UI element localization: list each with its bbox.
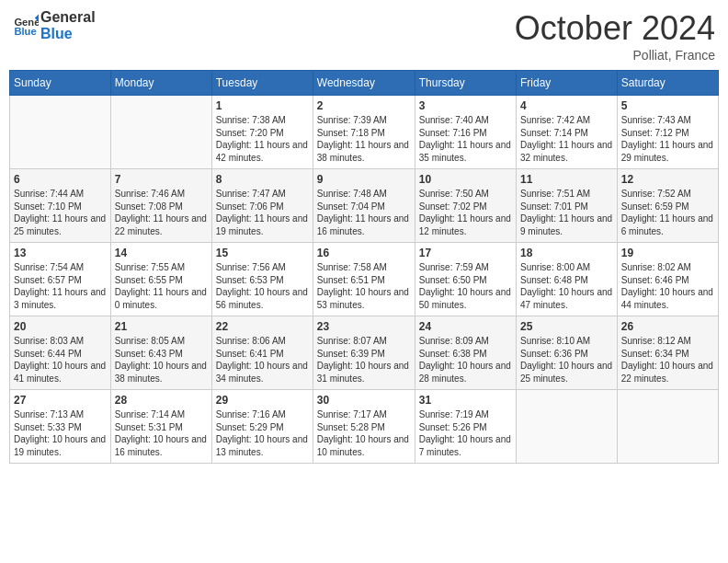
day-number: 19	[621, 247, 714, 259]
calendar-cell: 23Sunrise: 8:07 AM Sunset: 6:39 PM Dayli…	[313, 316, 415, 390]
page-header: General Blue General Blue October 2024 P…	[9, 9, 719, 63]
calendar-header-row: SundayMondayTuesdayWednesdayThursdayFrid…	[10, 71, 719, 96]
calendar-week-1: 1Sunrise: 7:38 AM Sunset: 7:20 PM Daylig…	[10, 96, 719, 169]
day-number: 16	[317, 247, 411, 259]
day-info: Sunrise: 7:40 AM Sunset: 7:16 PM Dayligh…	[419, 114, 512, 164]
header-day-thursday: Thursday	[415, 71, 516, 96]
day-info: Sunrise: 7:17 AM Sunset: 5:28 PM Dayligh…	[317, 408, 411, 458]
day-number: 25	[520, 320, 613, 333]
day-number: 29	[216, 394, 309, 407]
calendar-cell: 19Sunrise: 8:02 AM Sunset: 6:46 PM Dayli…	[617, 243, 718, 316]
calendar-week-3: 13Sunrise: 7:54 AM Sunset: 6:57 PM Dayli…	[10, 243, 719, 316]
day-number: 21	[115, 320, 208, 333]
location-subtitle: Polliat, France	[515, 48, 715, 63]
calendar-cell	[10, 96, 111, 169]
day-info: Sunrise: 8:07 AM Sunset: 6:39 PM Dayligh…	[317, 335, 411, 385]
calendar-cell	[110, 96, 211, 169]
day-number: 7	[115, 173, 208, 186]
day-number: 26	[621, 320, 714, 333]
day-info: Sunrise: 8:12 AM Sunset: 6:34 PM Dayligh…	[621, 335, 714, 385]
logo-icon: General Blue	[13, 13, 39, 39]
logo-text-blue: Blue	[40, 26, 96, 42]
day-info: Sunrise: 7:59 AM Sunset: 6:50 PM Dayligh…	[419, 261, 512, 311]
calendar-cell: 6Sunrise: 7:44 AM Sunset: 7:10 PM Daylig…	[10, 169, 111, 243]
calendar-cell	[517, 390, 618, 464]
day-info: Sunrise: 7:51 AM Sunset: 7:01 PM Dayligh…	[520, 188, 613, 237]
calendar-week-5: 27Sunrise: 7:13 AM Sunset: 5:33 PM Dayli…	[10, 390, 719, 464]
day-info: Sunrise: 7:58 AM Sunset: 6:51 PM Dayligh…	[317, 261, 411, 311]
calendar-cell: 1Sunrise: 7:38 AM Sunset: 7:20 PM Daylig…	[211, 96, 313, 169]
day-info: Sunrise: 7:48 AM Sunset: 7:04 PM Dayligh…	[317, 188, 411, 237]
day-info: Sunrise: 8:09 AM Sunset: 6:38 PM Dayligh…	[419, 335, 512, 385]
day-info: Sunrise: 7:38 AM Sunset: 7:20 PM Dayligh…	[216, 114, 309, 164]
calendar-cell: 25Sunrise: 8:10 AM Sunset: 6:36 PM Dayli…	[517, 316, 618, 390]
day-info: Sunrise: 7:52 AM Sunset: 6:59 PM Dayligh…	[621, 188, 714, 237]
logo-text-general: General	[40, 9, 96, 26]
calendar-cell: 9Sunrise: 7:48 AM Sunset: 7:04 PM Daylig…	[313, 169, 415, 243]
day-number: 11	[520, 173, 613, 186]
day-number: 20	[14, 320, 107, 333]
calendar-cell: 31Sunrise: 7:19 AM Sunset: 5:26 PM Dayli…	[415, 390, 516, 464]
day-info: Sunrise: 8:10 AM Sunset: 6:36 PM Dayligh…	[520, 335, 613, 385]
header-day-tuesday: Tuesday	[211, 71, 313, 96]
calendar-cell: 8Sunrise: 7:47 AM Sunset: 7:06 PM Daylig…	[211, 169, 313, 243]
header-day-sunday: Sunday	[10, 71, 111, 96]
day-info: Sunrise: 7:39 AM Sunset: 7:18 PM Dayligh…	[317, 114, 411, 164]
day-info: Sunrise: 7:43 AM Sunset: 7:12 PM Dayligh…	[621, 114, 714, 164]
day-number: 15	[216, 247, 309, 259]
calendar-cell: 12Sunrise: 7:52 AM Sunset: 6:59 PM Dayli…	[617, 169, 718, 243]
calendar-week-4: 20Sunrise: 8:03 AM Sunset: 6:44 PM Dayli…	[10, 316, 719, 390]
day-number: 24	[419, 320, 512, 333]
day-number: 8	[216, 173, 309, 186]
day-info: Sunrise: 8:02 AM Sunset: 6:46 PM Dayligh…	[621, 261, 714, 311]
calendar-cell: 11Sunrise: 7:51 AM Sunset: 7:01 PM Dayli…	[517, 169, 618, 243]
calendar-cell: 7Sunrise: 7:46 AM Sunset: 7:08 PM Daylig…	[110, 169, 211, 243]
title-block: October 2024 Polliat, France	[515, 9, 715, 63]
calendar-cell: 10Sunrise: 7:50 AM Sunset: 7:02 PM Dayli…	[415, 169, 516, 243]
day-number: 31	[419, 394, 512, 407]
calendar-cell: 2Sunrise: 7:39 AM Sunset: 7:18 PM Daylig…	[313, 96, 415, 169]
month-title: October 2024	[515, 9, 715, 48]
calendar-cell: 20Sunrise: 8:03 AM Sunset: 6:44 PM Dayli…	[10, 316, 111, 390]
header-day-monday: Monday	[110, 71, 211, 96]
day-number: 10	[419, 173, 512, 186]
day-info: Sunrise: 7:50 AM Sunset: 7:02 PM Dayligh…	[419, 188, 512, 237]
calendar-cell: 14Sunrise: 7:55 AM Sunset: 6:55 PM Dayli…	[110, 243, 211, 316]
day-number: 23	[317, 320, 411, 333]
day-number: 13	[14, 247, 107, 259]
day-info: Sunrise: 7:19 AM Sunset: 5:26 PM Dayligh…	[419, 408, 512, 458]
day-info: Sunrise: 8:03 AM Sunset: 6:44 PM Dayligh…	[14, 335, 107, 385]
calendar-cell: 21Sunrise: 8:05 AM Sunset: 6:43 PM Dayli…	[110, 316, 211, 390]
day-number: 6	[14, 173, 107, 186]
day-number: 18	[520, 247, 613, 259]
day-info: Sunrise: 7:42 AM Sunset: 7:14 PM Dayligh…	[520, 114, 613, 164]
day-info: Sunrise: 8:00 AM Sunset: 6:48 PM Dayligh…	[520, 261, 613, 311]
calendar-week-2: 6Sunrise: 7:44 AM Sunset: 7:10 PM Daylig…	[10, 169, 719, 243]
day-number: 3	[419, 99, 512, 112]
calendar-table: SundayMondayTuesdayWednesdayThursdayFrid…	[9, 70, 719, 464]
day-info: Sunrise: 7:54 AM Sunset: 6:57 PM Dayligh…	[14, 261, 107, 311]
day-number: 30	[317, 394, 411, 407]
calendar-cell: 15Sunrise: 7:56 AM Sunset: 6:53 PM Dayli…	[211, 243, 313, 316]
day-number: 17	[419, 247, 512, 259]
day-number: 14	[115, 247, 208, 259]
day-number: 1	[216, 99, 309, 112]
calendar-cell: 16Sunrise: 7:58 AM Sunset: 6:51 PM Dayli…	[313, 243, 415, 316]
calendar-cell: 27Sunrise: 7:13 AM Sunset: 5:33 PM Dayli…	[10, 390, 111, 464]
header-day-saturday: Saturday	[617, 71, 718, 96]
calendar-cell: 13Sunrise: 7:54 AM Sunset: 6:57 PM Dayli…	[10, 243, 111, 316]
day-number: 27	[14, 394, 107, 407]
calendar-cell: 5Sunrise: 7:43 AM Sunset: 7:12 PM Daylig…	[617, 96, 718, 169]
day-info: Sunrise: 7:44 AM Sunset: 7:10 PM Dayligh…	[14, 188, 107, 237]
day-info: Sunrise: 7:46 AM Sunset: 7:08 PM Dayligh…	[115, 188, 208, 237]
calendar-cell: 22Sunrise: 8:06 AM Sunset: 6:41 PM Dayli…	[211, 316, 313, 390]
svg-text:Blue: Blue	[14, 25, 36, 36]
logo: General Blue General Blue	[13, 9, 96, 41]
day-info: Sunrise: 7:56 AM Sunset: 6:53 PM Dayligh…	[216, 261, 309, 311]
day-number: 22	[216, 320, 309, 333]
day-number: 9	[317, 173, 411, 186]
calendar-cell: 26Sunrise: 8:12 AM Sunset: 6:34 PM Dayli…	[617, 316, 718, 390]
day-info: Sunrise: 7:13 AM Sunset: 5:33 PM Dayligh…	[14, 408, 107, 458]
header-day-friday: Friday	[517, 71, 618, 96]
day-info: Sunrise: 7:16 AM Sunset: 5:29 PM Dayligh…	[216, 408, 309, 458]
